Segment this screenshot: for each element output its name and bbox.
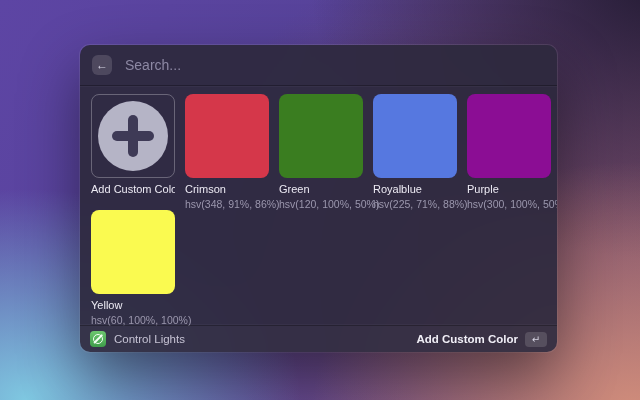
color-grid-area: Add Custom Color Crimson hsv(348, 91%, 8… (80, 86, 557, 326)
yellow-swatch (91, 210, 175, 294)
royalblue-swatch (373, 94, 457, 178)
search-header: ← (80, 45, 557, 85)
color-hsv-value: hsv(120, 100%, 50%) (279, 198, 363, 210)
add-custom-color-action[interactable]: Add Custom Color ↵ (416, 332, 547, 347)
color-hsv-value: hsv(348, 91%, 86%) (185, 198, 269, 210)
green-swatch (279, 94, 363, 178)
back-button[interactable]: ← (92, 55, 112, 75)
add-card-label: Add Custom Color (91, 183, 175, 196)
color-name: Royalblue (373, 183, 457, 196)
color-name: Purple (467, 183, 551, 196)
color-card-royalblue[interactable]: Royalblue hsv(225, 71%, 88%) (373, 94, 457, 210)
add-card-outline (91, 94, 175, 178)
color-card-crimson[interactable]: Crimson hsv(348, 91%, 86%) (185, 94, 269, 210)
color-card-green[interactable]: Green hsv(120, 100%, 50%) (279, 94, 363, 210)
back-arrow-icon: ← (96, 58, 108, 72)
crimson-swatch (185, 94, 269, 178)
color-name: Green (279, 183, 363, 196)
color-grid: Add Custom Color Crimson hsv(348, 91%, 8… (91, 94, 549, 326)
color-name: Yellow (91, 299, 175, 312)
add-custom-color-card[interactable]: Add Custom Color (91, 94, 175, 210)
launcher-window: ← Add Custom Color Crimson hsv(348, 91%,… (80, 45, 557, 352)
desktop-background: ← Add Custom Color Crimson hsv(348, 91%,… (0, 0, 640, 400)
color-hsv-value: hsv(225, 71%, 88%) (373, 198, 457, 210)
action-bar: Control Lights Add Custom Color ↵ (80, 325, 557, 352)
return-key-icon: ↵ (525, 332, 547, 347)
control-lights-app-icon (90, 331, 106, 347)
color-hsv-value: hsv(300, 100%, 50%) (467, 198, 551, 210)
color-card-yellow[interactable]: Yellow hsv(60, 100%, 100%) (91, 210, 175, 326)
action-label: Add Custom Color (416, 333, 518, 345)
purple-swatch (467, 94, 551, 178)
plus-icon (112, 115, 154, 157)
color-name: Crimson (185, 183, 269, 196)
plus-circle (98, 101, 168, 171)
color-card-purple[interactable]: Purple hsv(300, 100%, 50%) (467, 94, 551, 210)
app-name: Control Lights (114, 333, 185, 345)
search-input[interactable] (123, 56, 545, 74)
